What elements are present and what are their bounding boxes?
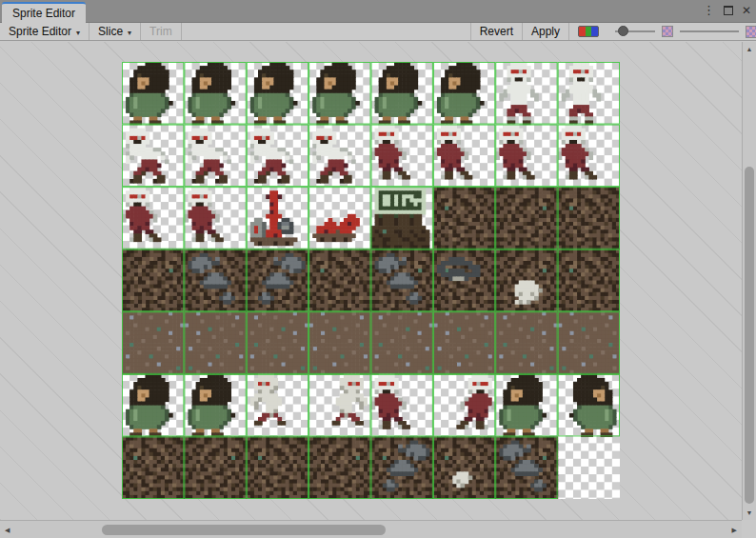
slice-label: Slice	[98, 25, 123, 38]
window-titlebar: Sprite Editor ⋮ ✕	[0, 0, 756, 23]
sprite-sheet-texture[interactable]	[122, 62, 620, 499]
sprite-canvas-viewport[interactable]	[0, 42, 742, 520]
chevron-down-icon: ▾	[128, 29, 131, 37]
window-controls: ⋮ ✕	[703, 4, 751, 16]
chevron-down-icon: ▾	[76, 29, 80, 37]
mip-slider[interactable]	[680, 30, 739, 32]
mip-large-texture-icon	[746, 26, 756, 38]
scroll-up-icon[interactable]: ▲	[746, 46, 753, 52]
horizontal-scroll-track[interactable]	[13, 523, 728, 536]
mip-small-texture-icon	[662, 26, 673, 37]
scroll-right-icon[interactable]: ▶	[732, 527, 737, 533]
close-icon[interactable]: ✕	[742, 5, 751, 16]
revert-button[interactable]: Revert	[470, 23, 523, 40]
tab-title: Sprite Editor	[12, 7, 75, 20]
apply-button[interactable]: Apply	[523, 23, 569, 40]
zoom-slider[interactable]	[615, 30, 655, 32]
vertical-scrollbar[interactable]: ▲ ▼	[742, 42, 756, 520]
horizontal-scroll-thumb[interactable]	[102, 525, 385, 535]
sprite-editor-mode-label: Sprite Editor	[9, 25, 71, 38]
sprite-editor-mode-dropdown[interactable]: Sprite Editor ▾	[0, 23, 90, 40]
tab-sprite-editor[interactable]: Sprite Editor	[2, 2, 86, 23]
slice-dropdown[interactable]: Slice ▾	[90, 23, 141, 40]
trim-button[interactable]: Trim	[141, 23, 182, 40]
scroll-down-icon[interactable]: ▼	[746, 509, 753, 516]
sprite-editor-toolbar: Sprite Editor ▾ Slice ▾ Trim Revert Appl…	[0, 23, 756, 41]
toolbar-spacer	[182, 23, 470, 40]
maximize-icon[interactable]	[724, 6, 733, 15]
horizontal-scrollbar[interactable]: ◀ ▶	[0, 520, 742, 538]
kebab-menu-icon[interactable]: ⋮	[703, 4, 715, 16]
vertical-scroll-track[interactable]	[744, 55, 754, 507]
zoom-slider-knob[interactable]	[618, 26, 628, 36]
scroll-left-icon[interactable]: ◀	[5, 527, 10, 533]
rgb-alpha-toggle-icon[interactable]	[578, 26, 599, 37]
vertical-scroll-thumb[interactable]	[745, 167, 754, 504]
scrollbar-corner	[742, 520, 756, 538]
